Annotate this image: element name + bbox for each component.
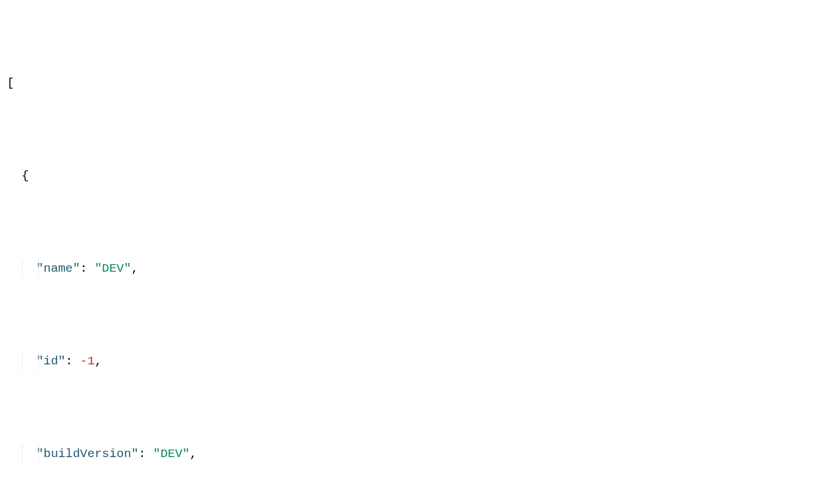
json-key-name: "name" [36,262,80,275]
json-key-id: "id" [36,355,65,368]
json-editor[interactable]: [ { "name": "DEV", "id": -1, "buildVersi… [0,0,839,504]
json-value-name: "DEV" [95,262,131,275]
code-line: { [0,167,839,185]
json-value-id: -1 [80,355,95,368]
code-line: "buildVersion": "DEV", [0,445,839,463]
code-line: "id": -1, [0,352,839,371]
brace-open: { [21,169,29,182]
code-line: [ [0,74,839,93]
code-line: "name": "DEV", [0,260,839,278]
json-value-buildversion: "DEV" [153,447,190,461]
bracket-open: [ [7,76,14,90]
json-key-buildversion: "buildVersion" [36,447,138,461]
